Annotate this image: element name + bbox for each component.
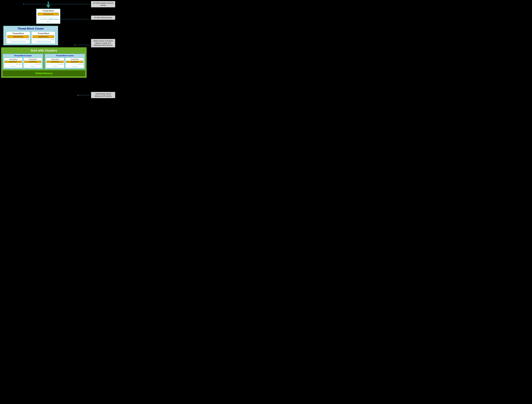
t-arrow-22: ▼	[51, 19, 52, 20]
g-tb4: ▼	[19, 64, 20, 66]
cb2-t6: ↓	[40, 39, 42, 41]
g-tb2: ▼	[17, 64, 18, 66]
thread-arrow-stem	[48, 2, 49, 5]
grid-cluster2-title: Thread Block Cluster	[46, 55, 84, 57]
t-arrow-26: ▼	[57, 19, 58, 20]
g4-t8: ↓	[75, 64, 76, 66]
g4-t1: ↓	[66, 64, 67, 66]
cb1-t9: ↓	[20, 39, 21, 41]
cb1-tb6: ▼	[15, 41, 16, 43]
cluster-block2-title: Thread Block	[32, 32, 54, 35]
cb1-tb8: ▼	[18, 41, 19, 43]
t-arrow-3: ↓	[41, 16, 43, 18]
cb2-tb5: ▼	[39, 41, 40, 43]
g4-t2: ↓	[67, 64, 68, 66]
grid-c1-b1-title: Thread Block	[5, 58, 22, 60]
cb2-tb9: ▼	[45, 41, 46, 43]
cb1-t1: ↓	[7, 39, 9, 41]
g-t3: ↓	[7, 64, 8, 66]
t-arrow-8: ↓	[49, 16, 51, 18]
cb1-tb12: ▼	[24, 41, 26, 43]
g3-tb4: ▼	[61, 64, 62, 66]
cb2-tb10: ▼	[46, 41, 48, 43]
cb2-t3: ↓	[36, 39, 37, 41]
annotation-distributed: Shared memory of all thread blocks in a …	[91, 39, 115, 47]
g2-tb6: ▼	[30, 66, 31, 67]
cluster-block2-shared: Shared Memory	[32, 35, 54, 38]
cb2-t12: ↓	[50, 39, 51, 41]
grid-c2-b1-title: Thread Block	[46, 58, 64, 60]
main-container: Thread Block Shared Memory ↓ ↓ ↓ ↓ ↓ ↓ ↓…	[0, 0, 133, 101]
g3-tb1: ▼	[58, 64, 59, 66]
t-arrow-2: ↓	[40, 16, 41, 18]
g4-tb4: ▼	[81, 64, 82, 66]
cb2-tb8: ▼	[44, 41, 45, 43]
t-arrow-4: ↓	[43, 16, 44, 18]
grid-c2-b2-threads: ↓ ↓ ↓ ↓ ↓ ↓ ↓ ↓ ↓ ▼ ▼	[66, 64, 83, 67]
cb2-t8: ↓	[43, 39, 45, 41]
t-arrow-14: ↓	[38, 19, 40, 20]
g2-t4: ↓	[28, 64, 29, 66]
g4-t9: ↓	[76, 64, 77, 66]
g2-tb4: ▼	[39, 64, 40, 66]
t-arrow-23: ▼	[52, 19, 54, 20]
global-memory-bar: Global Memory	[3, 70, 85, 76]
g3-t3: ↓	[49, 64, 50, 66]
g2-tb9: ▼	[34, 66, 35, 67]
g-t1: ↓	[5, 64, 6, 66]
g4-tb2: ▼	[78, 64, 79, 66]
thread-arrow-head	[46, 5, 50, 8]
cb2-t2: ↓	[34, 39, 35, 41]
grid-clusters-row: Thread Block Cluster Thread Block Shared…	[3, 54, 85, 69]
cb1-tb4: ▼	[12, 41, 13, 43]
cb2-tb12: ▼	[50, 41, 51, 43]
grid-cluster1-blocks: Thread Block Shared Memory ↓ ↓ ↓ ↓ ↓ ↓ ↓…	[4, 57, 42, 68]
grid-c1-b2-shared: Shared Memory	[24, 61, 41, 63]
g3-tb5: ▼	[63, 64, 63, 66]
g4-t7: ↓	[73, 64, 74, 66]
single-block-title: Thread Block	[38, 10, 59, 12]
g2-t8: ↓	[33, 64, 34, 66]
g-tb3: ▼	[18, 64, 19, 66]
g2-t7: ↓	[32, 64, 32, 66]
t-arrow-13: ↓	[57, 16, 58, 18]
t-arrow-10: ↓	[52, 16, 54, 18]
cb2-tb11: ▼	[48, 41, 49, 43]
grid-c1-b1-threads: ↓ ↓ ↓ ↓ ↓ ↓ ↓ ↓ ↓ ▼ ▼	[5, 64, 22, 67]
grid-c1-b1-shared: Shared Memory	[5, 61, 22, 63]
t-arrow-21: ▼	[49, 19, 51, 20]
grid-c2-b2-shared: Shared Memory	[66, 61, 83, 63]
t-arrow-25: ▼	[55, 19, 57, 20]
g-tb7: ▼	[12, 66, 13, 67]
t-arrow-12: ↓	[55, 16, 57, 18]
g2-t3: ↓	[27, 64, 28, 66]
t-arrow-24: ▼	[54, 19, 55, 20]
g2-t9: ↓	[34, 64, 35, 66]
g4-t6: ↓	[72, 64, 73, 66]
g-tb8: ▼	[13, 66, 14, 67]
cb1-tb5: ▼	[14, 41, 15, 43]
t-arrow-27: ▼	[47, 21, 48, 22]
g4-t5: ↓	[71, 64, 72, 66]
t-arrow-1: ↓	[38, 16, 40, 18]
g4-t4: ↓	[70, 64, 71, 66]
grid-cluster-1: Thread Block Cluster Thread Block Shared…	[3, 54, 43, 69]
t-arrow-5: ↓	[44, 16, 46, 18]
g3-t8: ↓	[55, 64, 56, 66]
cb1-tb1: ▼	[26, 39, 27, 41]
annotation-per-block-text: Per block Shared memory	[94, 17, 112, 19]
cb1-tb7: ▼	[17, 41, 18, 43]
t-arrow-16: ▼	[42, 19, 43, 20]
g2-tb1: ▼	[35, 64, 36, 66]
grid-c2-block1: Thread Block Shared Memory ↓ ↓ ↓ ↓ ↓ ↓ ↓…	[46, 57, 64, 68]
g4-tb3: ▼	[80, 64, 81, 66]
t-arrow-17: ▼	[43, 19, 44, 20]
annotation-global-text: Global Memory shared between all GPU ker…	[95, 93, 112, 97]
cb2-t9: ↓	[45, 39, 46, 41]
g2-tb2: ▼	[37, 64, 38, 66]
t-arrow-9: ↓	[51, 16, 52, 18]
g4-tb7: ▼	[74, 66, 75, 67]
cb1-tb3: ▼	[11, 41, 12, 43]
grid-cluster-2: Thread Block Cluster Thread Block Shared…	[44, 54, 85, 69]
g2-tb5: ▼	[40, 64, 41, 66]
